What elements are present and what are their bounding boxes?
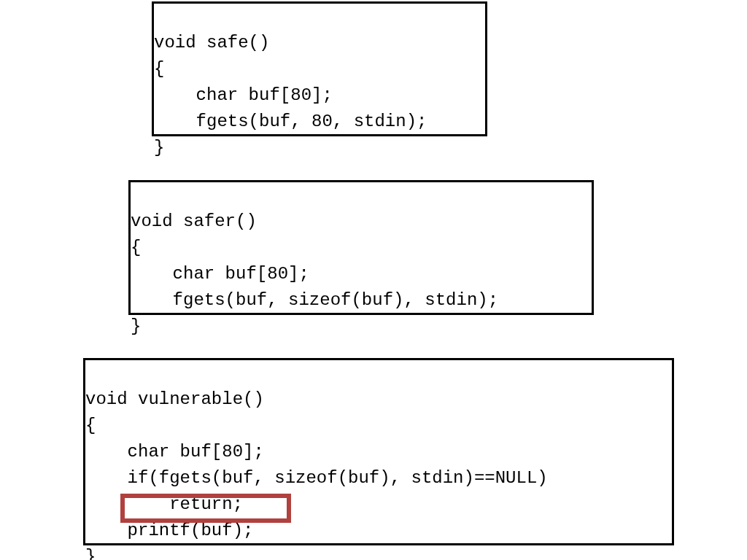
safe-code-box: void safe() { char buf[80]; fgets(buf, 8…: [152, 1, 487, 136]
code-line: }: [131, 316, 141, 336]
code-line: }: [85, 547, 96, 560]
code-line: char buf[80];: [85, 442, 264, 462]
safer-code-box: void safer() { char buf[80]; fgets(buf, …: [128, 180, 594, 315]
code-line: fgets(buf, sizeof(buf), stdin);: [131, 290, 498, 310]
code-line: printf(buf);: [85, 521, 253, 540]
code-line: if(fgets(buf, sizeof(buf), stdin)==NULL): [85, 468, 548, 488]
code-line: void vulnerable(): [85, 389, 264, 409]
code-line: char buf[80];: [154, 85, 333, 105]
code-line: void safer(): [131, 211, 257, 231]
code-line: void safe(): [154, 33, 269, 52]
code-line: fgets(buf, 80, stdin);: [154, 112, 427, 131]
code-line: {: [154, 59, 164, 79]
vulnerability-highlight: [120, 494, 291, 523]
code-line: char buf[80];: [131, 264, 309, 284]
code-line: }: [154, 138, 164, 158]
code-line: {: [85, 416, 96, 435]
code-line: {: [131, 238, 141, 257]
